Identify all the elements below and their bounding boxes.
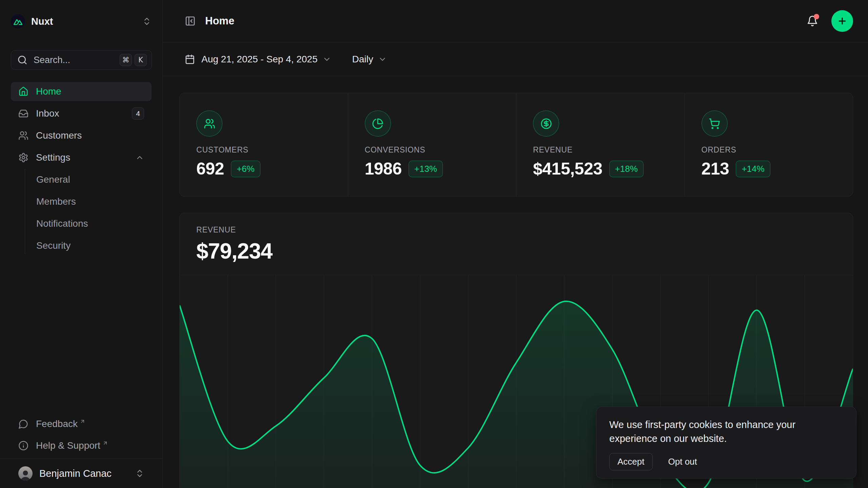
stat-value: 692 [196,159,224,179]
workspace-switcher[interactable]: Nuxt [11,12,152,30]
dollar-circle-icon [533,110,559,137]
help-support-link[interactable]: Help & Support [11,436,152,455]
sidebar-item-general[interactable]: General [11,170,152,189]
chevrons-up-down-icon [135,469,144,478]
home-icon [18,86,28,97]
date-range-picker[interactable]: Aug 21, 2025 - Sep 4, 2025 [185,54,331,65]
chevron-down-icon [322,55,331,64]
sidebar-item-members[interactable]: Members [11,192,152,211]
chevrons-up-down-icon [142,17,152,26]
search-input[interactable]: Search... ⌘ K [11,50,152,70]
stat-revenue: REVENUE $415,523 +18% [516,93,685,196]
kbd-k: K [135,54,147,66]
page-header: Home [163,0,868,42]
feedback-label: Feedback [36,419,78,429]
notification-dot [814,14,819,19]
cookie-banner: We use first-party cookies to enhance yo… [596,407,856,479]
date-range-value: Aug 21, 2025 - Sep 4, 2025 [201,54,318,65]
shopping-cart-icon [702,110,728,137]
avatar [18,466,33,481]
user-name: Benjamin Canac [39,468,135,479]
inbox-icon [18,108,28,119]
stat-value: 213 [702,159,729,179]
stat-label: CUSTOMERS [196,145,334,155]
pie-chart-icon [365,110,391,137]
chevron-down-icon [378,55,387,64]
granularity-select[interactable]: Daily [352,54,387,65]
workspace-name: Nuxt [31,16,53,27]
stat-delta-badge: +6% [231,161,260,177]
sidebar-item-label: Home [36,86,61,97]
granularity-value: Daily [352,54,373,65]
revenue-chart-value: $79,234 [196,239,853,264]
revenue-chart-label: REVENUE [196,225,853,235]
calendar-icon [185,54,195,64]
sidebar-footer: Feedback Help & Support Benjamin Canac [0,414,163,488]
sidebar-item-label: Inbox [36,108,59,119]
external-link-icon [80,419,85,424]
cookie-accept-button[interactable]: Accept [609,453,653,470]
search-icon [17,55,27,65]
gear-icon [18,152,28,163]
stat-delta-badge: +18% [609,161,644,177]
stat-conversions: CONVERSIONS 1986 +13% [348,93,516,196]
sidebar-item-inbox[interactable]: Inbox 4 [11,104,152,123]
add-button[interactable] [831,10,853,32]
chevron-up-icon [135,153,144,162]
stat-delta-badge: +14% [736,161,770,177]
sidebar-item-home[interactable]: Home [11,82,152,101]
help-support-label: Help & Support [36,440,100,451]
page-title: Home [205,15,234,27]
stat-value: $415,523 [533,159,603,179]
stat-delta-badge: +13% [409,161,443,177]
sidebar-item-notifications[interactable]: Notifications [11,214,152,233]
settings-subnav: General Members Notifications Security [11,170,152,258]
user-menu-button[interactable]: Benjamin Canac [0,459,163,488]
stats-summary-card: CUSTOMERS 692 +6% CONVERSIONS 1986 +13% [179,93,853,197]
stat-orders: ORDERS 213 +14% [685,93,853,196]
sidebar-item-security[interactable]: Security [11,236,152,255]
inbox-count-badge: 4 [132,107,144,120]
cookie-message: We use first-party cookies to enhance yo… [609,418,843,446]
sidebar-item-settings[interactable]: Settings [11,148,152,167]
info-icon [18,441,28,451]
stat-value: 1986 [365,159,402,179]
search-placeholder: Search... [34,55,117,65]
sidebar: Nuxt Search... ⌘ K Home Inbox 4 [0,0,163,488]
kbd-cmd: ⌘ [120,54,132,66]
cookie-optout-button[interactable]: Opt out [668,456,697,467]
sidebar-item-customers[interactable]: Customers [11,126,152,145]
external-link-icon [102,440,108,446]
users-icon [18,130,28,141]
stat-customers: CUSTOMERS 692 +6% [180,93,348,196]
message-circle-icon [18,419,28,429]
nuxt-logo-icon [11,14,25,28]
users-round-icon [196,110,222,137]
stat-label: REVENUE [533,145,671,155]
sidebar-nav: Home Inbox 4 Customers Settings [11,82,152,170]
stat-label: ORDERS [702,145,840,155]
sidebar-item-label: Customers [36,130,82,141]
feedback-link[interactable]: Feedback [11,414,152,433]
sidebar-collapse-button[interactable] [185,16,196,26]
sidebar-item-label: Settings [36,152,70,163]
notifications-button[interactable] [805,14,820,28]
stat-label: CONVERSIONS [365,145,503,155]
filters-toolbar: Aug 21, 2025 - Sep 4, 2025 Daily [163,42,868,76]
